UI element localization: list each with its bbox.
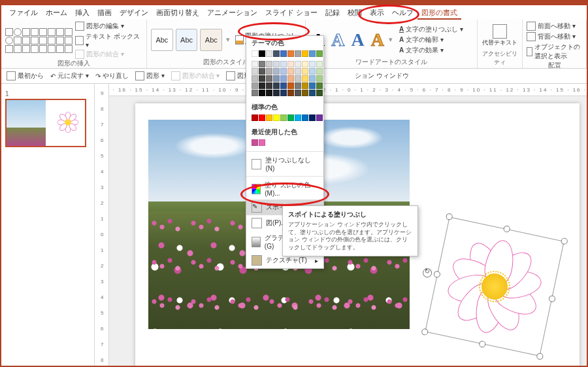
color-swatch[interactable] [302,61,308,67]
color-swatch[interactable] [259,68,265,75]
no-fill-item[interactable]: 塗りつぶしなし(N) [246,153,323,175]
color-swatch[interactable] [295,114,301,121]
color-swatch[interactable] [266,82,272,89]
color-swatch[interactable] [309,61,316,67]
color-swatch[interactable] [273,90,280,96]
color-swatch[interactable] [295,68,301,75]
color-swatch[interactable] [295,75,301,82]
color-swatch[interactable] [302,50,308,57]
color-swatch[interactable] [259,50,265,57]
menu-review[interactable]: 校閲 [344,6,366,20]
color-swatch[interactable] [295,50,301,57]
menu-view[interactable]: 表示 [366,6,388,20]
color-swatch[interactable] [273,50,280,57]
from-beginning-button[interactable]: 最初から [7,71,44,80]
color-swatch[interactable] [259,114,265,121]
merge-button[interactable]: 図形の結合 ▾ [171,71,220,80]
color-swatch[interactable] [252,75,258,82]
color-swatch[interactable] [259,90,265,96]
color-swatch[interactable] [302,68,308,75]
color-swatch[interactable] [266,90,272,96]
color-swatch[interactable] [280,82,287,89]
color-swatch[interactable] [302,90,308,96]
color-swatch[interactable] [316,82,323,89]
shape-style-preset-1[interactable]: Abc [151,29,173,51]
rotate-handle[interactable] [421,268,433,279]
color-swatch[interactable] [316,75,323,82]
color-swatch[interactable] [273,75,280,82]
text-fill-button[interactable]: A文字の塗りつぶし ▾ [399,25,463,34]
color-swatch[interactable] [316,90,323,96]
color-swatch[interactable] [309,50,316,57]
color-swatch[interactable] [316,68,323,75]
menu-home[interactable]: ホーム [42,6,71,20]
color-swatch[interactable] [309,68,316,75]
color-swatch[interactable] [280,75,287,82]
color-swatch[interactable] [266,50,272,57]
color-swatch[interactable] [287,82,294,89]
color-swatch[interactable] [252,50,258,57]
color-swatch[interactable] [316,114,323,121]
shape-button[interactable]: 図形 ▾ [135,71,165,80]
color-swatch[interactable] [266,68,272,75]
color-swatch[interactable] [287,61,294,67]
menu-shape-format[interactable]: 図形の書式 [417,6,461,20]
color-swatch[interactable] [266,75,272,82]
undo-button[interactable]: ↶元に戻す ▾ [50,71,89,80]
menu-record[interactable]: 記録 [321,6,344,20]
slide-thumbnail-1[interactable] [5,99,86,147]
menu-insert[interactable]: 挿入 [71,6,93,20]
color-swatch[interactable] [259,82,265,89]
text-box-button[interactable]: テキスト ボックス ▾ [75,32,142,48]
more-fill-colors-item[interactable]: 塗りつぶしの色(M)... [246,178,323,200]
color-swatch[interactable] [302,75,308,82]
wordart-preset-2[interactable]: A [331,29,344,50]
color-swatch[interactable] [252,82,258,89]
color-swatch[interactable] [302,114,308,121]
color-swatch[interactable] [295,82,301,89]
color-swatch[interactable] [252,68,258,75]
bring-forward-button[interactable]: 前面へ移動 ▾ [527,22,582,31]
color-swatch[interactable] [273,61,280,67]
color-swatch[interactable] [273,114,280,121]
color-swatch[interactable] [287,90,294,96]
color-swatch[interactable] [287,114,294,121]
menu-draw[interactable]: 描画 [93,6,116,20]
color-swatch[interactable] [309,90,316,96]
theme-tint-swatches[interactable] [246,61,323,100]
color-swatch[interactable] [302,82,308,89]
color-swatch[interactable] [287,75,294,82]
color-swatch[interactable] [280,114,287,121]
color-swatch[interactable] [280,61,287,67]
selection-pane-button[interactable]: オブジェクトの選択と表示 [527,43,582,61]
color-swatch[interactable] [295,90,301,96]
color-swatch[interactable] [259,61,265,67]
redo-button[interactable]: ↷やり直し [95,71,129,80]
edit-shape-button[interactable]: 図形の編集 ▾ [75,22,142,31]
menu-help[interactable]: ヘルプ [388,6,417,20]
color-swatch[interactable] [273,68,280,75]
recent-color-swatches[interactable] [246,138,323,150]
chevron-down-icon[interactable]: ▾ [389,35,393,44]
color-swatch[interactable] [273,82,280,89]
color-swatch[interactable] [252,61,258,67]
text-effects-button[interactable]: A文字の効果 ▾ [399,46,463,55]
wordart-preset-3[interactable]: A [351,29,364,50]
color-swatch[interactable] [280,90,287,96]
color-swatch[interactable] [309,114,316,121]
shape-style-preset-3[interactable]: Abc [200,29,222,51]
shape-style-preset-2[interactable]: Abc [176,29,198,51]
menu-design[interactable]: デザイン [116,6,152,20]
resize-handle[interactable] [536,353,544,360]
standard-color-swatches[interactable] [246,113,323,125]
color-swatch[interactable] [309,75,316,82]
color-swatch[interactable] [280,68,287,75]
color-swatch[interactable] [259,139,265,146]
resize-handle[interactable] [478,340,486,348]
theme-color-swatches[interactable] [246,49,323,61]
selected-flower-shape[interactable] [425,217,564,356]
color-swatch[interactable] [266,61,272,67]
color-swatch[interactable] [295,61,301,67]
menu-transitions[interactable]: 画面切り替え [152,6,203,20]
resize-handle[interactable] [421,328,429,336]
